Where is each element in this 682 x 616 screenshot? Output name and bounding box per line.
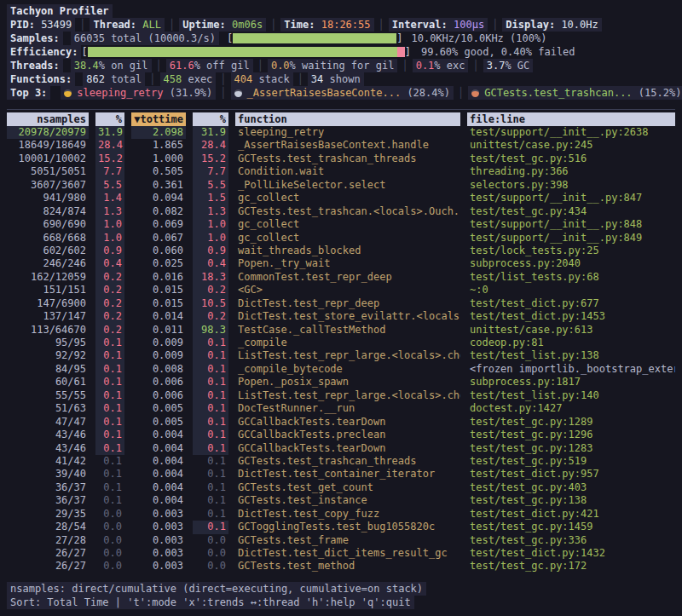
table-row[interactable]: 51/630.10.0050.1DocTestRunner.__rundocte… bbox=[7, 402, 675, 415]
function-cell: GCTests.test_trashcan_threads bbox=[235, 455, 460, 468]
function-cell: _PollLikeSelector.select bbox=[235, 179, 460, 192]
table-row[interactable]: 60/610.10.0060.1Popen._posix_spawnsubpro… bbox=[7, 376, 675, 389]
nsamples-cell: 28/54 bbox=[7, 521, 89, 533]
nsamples-legend: nsamples: direct/cumulative (direct=exec… bbox=[7, 582, 426, 596]
functions-segments: 862 total│458 exec│404 stack│34 shown bbox=[83, 72, 363, 86]
table-row[interactable]: 5051/50517.70.5057.7Condition.waitthread… bbox=[7, 165, 675, 178]
table-row[interactable]: 55/550.10.0060.1ListTest.test_repr_large… bbox=[7, 389, 675, 402]
direct-pct-cell: 0.1 bbox=[95, 402, 124, 415]
column-header-function[interactable]: function bbox=[235, 112, 460, 126]
direct-pct-cell: 0.0 bbox=[95, 560, 124, 573]
cumulative-pct-cell: 7.7 bbox=[193, 165, 228, 178]
cumulative-pct-cell: 31.9 bbox=[193, 126, 228, 139]
separator: │ bbox=[397, 59, 412, 72]
separator: │ bbox=[293, 72, 308, 86]
table-row[interactable]: 246/2460.40.0250.4Popen._try_waitsubproc… bbox=[7, 257, 675, 270]
file-line-cell: <frozen importlib._bootstrap_external bbox=[467, 363, 675, 376]
direct-pct-cell: 0.1 bbox=[95, 337, 124, 349]
function-cell: _compile bbox=[235, 337, 460, 349]
table-row[interactable]: 824/8741.30.0821.3GCTests.test_trashcan.… bbox=[7, 205, 675, 218]
separator: │ bbox=[253, 59, 268, 72]
top3-function-name: _AssertRaisesBaseConte... bbox=[247, 86, 407, 100]
direct-pct-cell: 0.9 bbox=[95, 245, 124, 257]
table-row[interactable]: 43/460.10.0040.1GCCallbackTests.preclean… bbox=[7, 429, 675, 441]
status-segment: Time: 18:26:55 bbox=[280, 18, 373, 32]
file-line-cell: unittest/case.py:613 bbox=[467, 324, 675, 337]
function-stat-value: 404 bbox=[234, 72, 253, 86]
nsamples-cell: 602/602 bbox=[7, 245, 89, 257]
table-row[interactable]: 10001/1000215.21.00015.2GCTests.test_tra… bbox=[7, 153, 675, 165]
nsamples-cell: 29/35 bbox=[7, 508, 89, 521]
table-row[interactable]: 690/6901.00.0691.0gc_collecttest/support… bbox=[7, 218, 675, 231]
table-row[interactable]: 47/470.10.0050.1GCCallbackTests.tearDown… bbox=[7, 416, 675, 429]
table-row[interactable]: 84/950.10.0080.1_compile_bytecode<frozen… bbox=[7, 363, 675, 376]
table-row[interactable]: 36/370.10.0040.1GCTests.test_get_countte… bbox=[7, 481, 675, 494]
table-row[interactable]: 941/9801.40.0941.5gc_collecttest/support… bbox=[7, 192, 675, 204]
gold-medal-icon bbox=[64, 89, 72, 97]
direct-pct-cell: 1.4 bbox=[95, 192, 124, 204]
file-line-cell: doctest.py:1427 bbox=[467, 402, 675, 415]
tottime-cell: 0.003 bbox=[131, 534, 186, 547]
cumulative-pct-cell: 1.0 bbox=[193, 232, 228, 245]
column-header-tottime[interactable]: ▼tottime bbox=[131, 112, 186, 126]
file-line-cell: subprocess.py:1817 bbox=[467, 376, 675, 389]
table-row[interactable]: 18649/1864928.41.86528.4_AssertRaisesBas… bbox=[7, 139, 675, 152]
file-line-cell: test/test_dict.py:1432 bbox=[467, 547, 675, 560]
file-line-cell: test/test_dict.py:957 bbox=[467, 468, 675, 481]
table-row[interactable]: 41/420.10.0040.1GCTests.test_trashcan_th… bbox=[7, 455, 675, 468]
tottime-cell: 2.098 bbox=[131, 126, 186, 139]
table-body: 20978/2097931.92.09831.9sleeping_retryte… bbox=[7, 126, 675, 573]
table-row[interactable]: 668/6681.00.0671.0gc_collecttest/support… bbox=[7, 232, 675, 245]
table-row[interactable]: 602/6020.90.0600.9wait_threads_blockedte… bbox=[7, 245, 675, 257]
cumulative-pct-cell: 0.1 bbox=[193, 402, 228, 415]
nsamples-cell: 113/64670 bbox=[7, 324, 89, 337]
column-header-[interactable]: % bbox=[193, 112, 228, 126]
table-row[interactable]: 20978/2097931.92.09831.9sleeping_retryte… bbox=[7, 126, 675, 139]
file-line-cell: test/test_dict.py:1453 bbox=[467, 310, 675, 323]
tottime-cell: 0.003 bbox=[131, 547, 186, 560]
table-row[interactable]: 27/280.00.0030.0GCTests.test_frametest/t… bbox=[7, 534, 675, 547]
thread-stat-desc: % off gil bbox=[194, 59, 250, 72]
table-row[interactable]: 39/400.10.0040.1DictTest.test_container_… bbox=[7, 468, 675, 481]
cumulative-pct-cell: 1.0 bbox=[193, 218, 228, 231]
table-row[interactable]: 3607/36075.50.3615.5_PollLikeSelector.se… bbox=[7, 179, 675, 192]
file-line-cell: ~:0 bbox=[467, 284, 675, 296]
top3-entries: sleeping_retry (31.9%)│_AssertRaisesBase… bbox=[61, 86, 682, 100]
tottime-cell: 0.005 bbox=[131, 402, 186, 415]
function-cell: DictTest.test_container_iterator bbox=[235, 468, 460, 481]
silver-medal-icon bbox=[234, 89, 242, 97]
nsamples-cell: 3607/3607 bbox=[7, 179, 89, 192]
table-row[interactable]: 28/540.00.0030.1GCTogglingTests.test_bug… bbox=[7, 521, 675, 533]
thread-stat-desc: % waiting for gil bbox=[290, 59, 395, 72]
table-row[interactable]: 151/1510.20.0150.2<GC>~:0 bbox=[7, 284, 675, 296]
table-row[interactable]: 92/920.10.0090.1ListTest.test_repr_large… bbox=[7, 349, 675, 362]
table-row[interactable]: 137/1470.20.0140.2DictTest.test_store_ev… bbox=[7, 310, 675, 323]
table-row[interactable]: 36/370.10.0040.1GCTests.test_instancetes… bbox=[7, 494, 675, 507]
table-row[interactable]: 26/270.00.0030.0GCTests.test_methodtest/… bbox=[7, 560, 675, 573]
table-row[interactable]: 162/120590.20.01618.3CommonTest.test_rep… bbox=[7, 271, 675, 284]
column-header-fileline[interactable]: file:line bbox=[467, 112, 675, 126]
tottime-cell: 0.082 bbox=[131, 205, 186, 218]
tottime-cell: 0.060 bbox=[131, 245, 186, 257]
tottime-cell: 0.003 bbox=[131, 521, 186, 533]
function-cell: gc_collect bbox=[235, 218, 460, 231]
table-row[interactable]: 95/950.10.0090.1_compilecodeop.py:81 bbox=[7, 337, 675, 349]
file-line-cell: test/test_gc.py:516 bbox=[467, 153, 675, 165]
column-header-nsamples[interactable]: nsamples bbox=[7, 112, 89, 126]
file-line-cell: test/support/__init__.py:848 bbox=[467, 218, 675, 231]
direct-pct-cell: 15.2 bbox=[95, 153, 124, 165]
column-header-[interactable]: % bbox=[95, 112, 124, 126]
table-row[interactable]: 43/460.10.0040.1GCCallbackTests.tearDown… bbox=[7, 442, 675, 455]
table-row[interactable]: 26/270.00.0030.0DictTest.test_dict_items… bbox=[7, 547, 675, 560]
function-stat-value: 862 bbox=[86, 72, 105, 86]
function-cell: GCTogglingTests.test_bug1055820c bbox=[235, 521, 460, 533]
table-row[interactable]: 29/350.00.0030.1DictTest.test_copy_fuzzt… bbox=[7, 508, 675, 521]
nsamples-cell: 10001/10002 bbox=[7, 153, 89, 165]
table-row[interactable]: 113/646700.20.01198.3TestCase._callTestM… bbox=[7, 324, 675, 337]
file-line-cell: test/support/__init__.py:849 bbox=[467, 232, 675, 245]
tottime-cell: 0.004 bbox=[131, 455, 186, 468]
samples-bar-fill bbox=[233, 33, 396, 43]
top3-percentage: (31.9%) bbox=[170, 86, 213, 100]
table-row[interactable]: 147/69000.20.01510.5DictTest.test_repr_d… bbox=[7, 297, 675, 310]
file-line-cell: test/test_list.py:140 bbox=[467, 389, 675, 402]
